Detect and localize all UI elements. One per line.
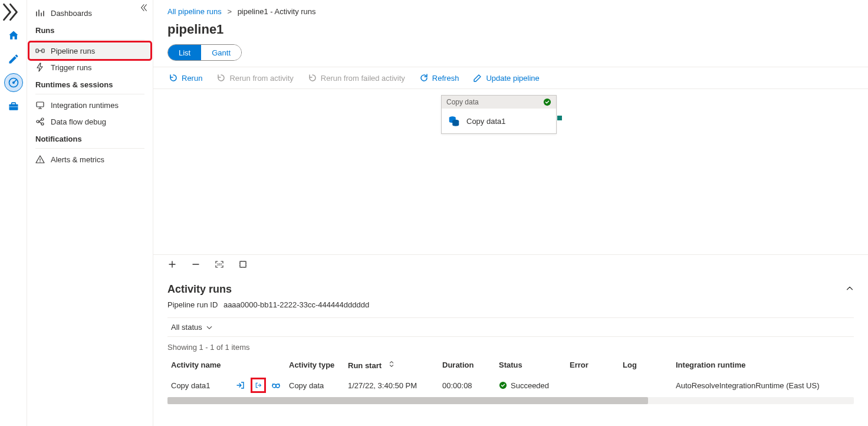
rail-home[interactable] xyxy=(4,26,23,45)
pipeline-icon xyxy=(35,46,45,55)
svg-point-8 xyxy=(37,120,39,123)
dashboard-icon xyxy=(35,8,45,18)
rail-manage[interactable] xyxy=(4,97,23,116)
output-details-button[interactable] xyxy=(252,379,264,391)
th-status[interactable]: Status xyxy=(495,355,566,375)
activity-node-body: Copy data1 xyxy=(442,109,556,133)
pencil-icon xyxy=(8,53,19,65)
main-content: All pipeline runs > pipeline1 - Activity… xyxy=(153,0,868,426)
svg-rect-3 xyxy=(11,103,15,104)
table-header-row: Activity name Activity type Run start Du… xyxy=(167,355,854,375)
chevron-up-icon xyxy=(846,284,854,293)
view-gantt-button[interactable]: Gantt xyxy=(201,45,241,60)
th-log[interactable]: Log xyxy=(619,355,672,375)
panel-trigger-runs[interactable]: Trigger runs xyxy=(29,59,150,76)
row-status: Succeeded xyxy=(499,381,563,390)
input-icon xyxy=(236,381,245,390)
run-id-value: aaaa0000-bb11-2222-33cc-444444dddddd xyxy=(223,300,369,309)
gauge-icon xyxy=(8,77,19,89)
panel-pipeline-runs[interactable]: Pipeline runs xyxy=(29,42,150,59)
status-filter[interactable]: All status xyxy=(167,323,213,332)
activity-runs-title: Activity runs xyxy=(167,283,232,296)
panel-dataflow-debug[interactable]: Data flow debug xyxy=(29,113,150,130)
rerun-icon xyxy=(169,73,178,83)
panel-integration-runtimes[interactable]: Integration runtimes xyxy=(29,97,150,113)
collapse-panel-button[interactable] xyxy=(140,4,148,14)
canvas-marker xyxy=(557,116,562,120)
panel-pipeline-runs-label: Pipeline runs xyxy=(51,47,95,55)
th-duration[interactable]: Duration xyxy=(439,355,495,375)
row-ir: AutoResolveIntegrationRuntime (East US) xyxy=(672,375,854,396)
row-duration: 00:00:08 xyxy=(439,375,495,396)
th-activity-type[interactable]: Activity type xyxy=(285,355,344,375)
refresh-button[interactable]: Refresh xyxy=(418,71,461,85)
chevron-double-right-icon xyxy=(0,2,21,22)
rerun-activity-label: Rerun from activity xyxy=(229,74,293,83)
panel-trigger-runs-label: Trigger runs xyxy=(51,63,92,72)
rerun-button[interactable]: Rerun xyxy=(167,71,203,85)
activity-node-name: Copy data1 xyxy=(466,117,506,126)
breadcrumb-root[interactable]: All pipeline runs xyxy=(167,7,222,16)
rail-monitor[interactable] xyxy=(4,73,23,92)
panel-runs-header: Runs xyxy=(29,21,150,37)
th-error[interactable]: Error xyxy=(566,355,619,375)
glasses-icon xyxy=(271,381,281,390)
activity-node-type: Copy data xyxy=(446,98,479,106)
view-toggle-row: List Gantt xyxy=(153,44,868,67)
chevron-double-left-icon xyxy=(140,4,148,12)
status-filter-label: All status xyxy=(171,323,202,332)
database-icon xyxy=(448,114,461,127)
expand-rail-button[interactable] xyxy=(0,2,27,21)
update-label: Update pipeline xyxy=(486,74,539,83)
panel-dashboards[interactable]: Dashboards xyxy=(29,5,150,21)
zoom-in-button[interactable] xyxy=(167,260,177,269)
th-ir[interactable]: Integration runtime xyxy=(672,355,854,375)
svg-rect-15 xyxy=(240,261,246,267)
breadcrumb: All pipeline runs > pipeline1 - Activity… xyxy=(153,0,868,18)
runtime-icon xyxy=(35,100,45,110)
update-pipeline-button[interactable]: Update pipeline xyxy=(472,71,540,85)
activity-runs-table: Activity name Activity type Run start Du… xyxy=(167,355,854,396)
table-row[interactable]: Copy data1 xyxy=(167,375,854,396)
activity-runs-section: Activity runs Pipeline run ID aaaa0000-b… xyxy=(153,274,868,396)
fullscreen-button[interactable] xyxy=(238,260,248,269)
sort-icon xyxy=(387,360,396,368)
svg-rect-4 xyxy=(9,106,18,107)
minus-icon xyxy=(191,260,200,269)
pipeline-canvas[interactable]: Copy data Copy data1 xyxy=(153,89,868,254)
refresh-icon xyxy=(419,73,429,83)
th-activity-name[interactable]: Activity name xyxy=(167,355,285,375)
canvas-zoom-bar: 100 xyxy=(153,254,868,274)
rerun-label: Rerun xyxy=(182,74,202,83)
row-activity-type: Copy data xyxy=(285,375,344,396)
view-toggle: List Gantt xyxy=(167,44,242,61)
collapse-activity-button[interactable] xyxy=(846,283,854,296)
panel-notifications-header: Notifications xyxy=(29,130,150,146)
svg-text:100: 100 xyxy=(217,263,222,266)
horizontal-scrollbar[interactable] xyxy=(167,397,854,404)
activity-node-header: Copy data xyxy=(442,96,556,109)
zoom-out-button[interactable] xyxy=(191,260,200,269)
svg-rect-7 xyxy=(37,102,44,107)
details-glasses-button[interactable] xyxy=(270,379,282,391)
fullscreen-icon xyxy=(238,260,248,269)
filter-row: All status xyxy=(167,317,854,337)
row-run-start: 1/27/22, 3:40:50 PM xyxy=(344,375,439,396)
row-activity-name: Copy data1 xyxy=(171,381,211,390)
breadcrumb-sep: > xyxy=(223,7,235,16)
zoom-fit-button[interactable]: 100 xyxy=(215,260,224,269)
svg-rect-5 xyxy=(36,49,38,53)
success-icon xyxy=(543,98,551,106)
th-run-start[interactable]: Run start xyxy=(344,355,439,375)
svg-rect-6 xyxy=(42,49,44,53)
scrollbar-thumb[interactable] xyxy=(167,397,648,404)
run-id-label: Pipeline run ID xyxy=(167,300,218,309)
success-icon xyxy=(499,381,507,389)
input-details-button[interactable] xyxy=(235,379,246,391)
activity-node[interactable]: Copy data Copy data1 xyxy=(441,95,557,134)
rail-author[interactable] xyxy=(4,50,23,68)
edit-icon xyxy=(473,73,482,83)
row-log xyxy=(619,375,672,396)
panel-alerts[interactable]: Alerts & metrics xyxy=(29,151,150,168)
view-list-button[interactable]: List xyxy=(168,45,201,60)
